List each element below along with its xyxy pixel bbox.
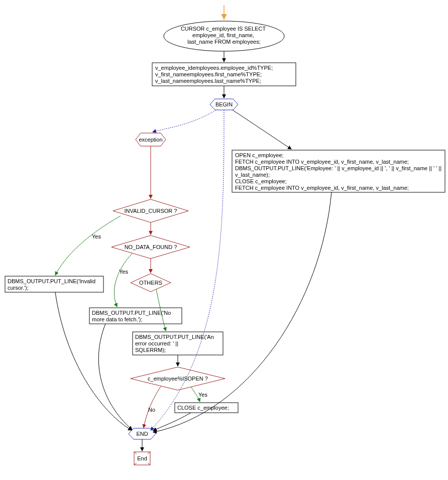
text-cursor-decl: CURSOR c_employee IS SELECT employee_id,… (181, 26, 267, 45)
edge-begin-exception (153, 110, 216, 132)
label-nodata-yes: Yes (119, 269, 128, 275)
text-terminal: End (137, 455, 147, 461)
text-var-decl: v_employee_idemployees.employee_id%TYPE;… (155, 65, 274, 84)
edge-begin-end (151, 110, 224, 430)
edge-close-end (153, 413, 191, 431)
edge-begin-body (233, 110, 291, 149)
text-no-data-found: NO_DATA_FOUND ? (125, 244, 177, 250)
text-body-block: OPEN c_employee; FETCH c_employee INTO v… (235, 152, 443, 191)
edge-nodataout-end (98, 324, 132, 430)
edge-body-end (153, 192, 331, 432)
edge-nodata-yes (114, 254, 132, 307)
text-begin: BEGIN (215, 101, 233, 107)
text-close: CLOSE c_employee; (177, 405, 229, 411)
text-error-out: DBMS_OUTPUT.PUT_LINE('An error occurred:… (135, 334, 215, 353)
text-exception: exception (139, 137, 162, 143)
text-end: END (136, 431, 148, 437)
label-isopen-no: No (148, 407, 155, 413)
text-invalid-cursor: INVALID_CURSOR ? (125, 208, 177, 214)
edge-invalid-yes (55, 216, 121, 275)
label-invalid-yes: Yes (92, 233, 101, 239)
text-others: OTHERS (139, 280, 162, 286)
text-isopen: c_employee%ISOPEN ? (148, 376, 208, 382)
text-nodata-out: DBMS_OUTPUT.PUT_LINE('No more data to fe… (92, 310, 172, 322)
text-invalid-out: DBMS_OUTPUT.PUT_LINE('Invalid cursor.'); (8, 278, 97, 291)
label-isopen-yes: Yes (198, 392, 207, 398)
flowchart-diagram: CURSOR c_employee IS SELECT employee_id,… (0, 0, 448, 480)
